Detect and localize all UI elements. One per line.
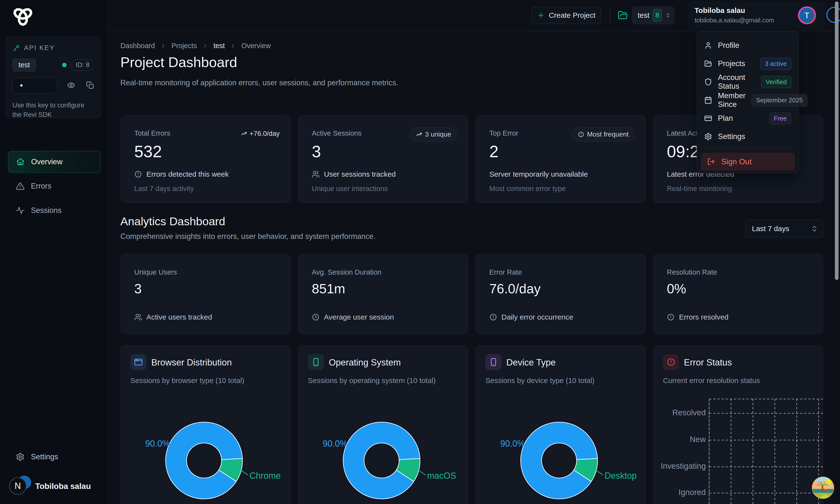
donut-slice-label: macOS bbox=[427, 471, 456, 481]
alert-circle-icon bbox=[663, 354, 679, 370]
topbar: Create Project test 8 Tobiloba salau tob… bbox=[108, 0, 840, 31]
breadcrumb-test[interactable]: test bbox=[213, 42, 225, 50]
sidebar-user[interactable]: N Tobiloba salau bbox=[9, 474, 101, 498]
stat-card-total-errors: Total Errors +76.0/day 532 Errors detect… bbox=[120, 115, 291, 203]
users-icon bbox=[134, 313, 142, 321]
chart-card-operating-system: Operating System Sessions by operating s… bbox=[298, 345, 468, 504]
app-root: API KEY test ID: 8 • Use this key to con… bbox=[0, 0, 840, 504]
sidebar-item-errors[interactable]: Errors bbox=[8, 176, 100, 197]
project-id-badge: ID: 8 bbox=[71, 59, 94, 71]
island-sticker-icon[interactable] bbox=[811, 476, 835, 500]
menu-item-account-status[interactable]: Account Status Verified bbox=[701, 74, 795, 89]
stat-value: 2 bbox=[489, 142, 498, 161]
stat-subtext: Last 7 days activity bbox=[134, 185, 194, 193]
reveal-key-eye-icon[interactable] bbox=[67, 81, 75, 89]
scrollbar[interactable] bbox=[835, 1, 839, 280]
stat-label: Resolution Rate bbox=[667, 268, 717, 276]
chart-card-device-type: Device Type Sessions by device type (10 … bbox=[475, 345, 646, 504]
user-icon bbox=[704, 41, 712, 49]
donut-percent-label: 90.0% bbox=[145, 439, 170, 449]
key-icon bbox=[13, 44, 20, 52]
stat-subtext: Most common error type bbox=[489, 185, 566, 193]
alert-circle-icon bbox=[667, 313, 675, 321]
menu-item-profile[interactable]: Profile bbox=[701, 38, 795, 53]
donut-percent-label: 90.0% bbox=[500, 439, 525, 449]
y-axis-label-resolved: Resolved bbox=[653, 408, 706, 417]
user-menu-trigger[interactable]: Tobiloba salau tobiloba.a.salau@gmail.co… bbox=[687, 2, 825, 29]
page-subtitle: Real-time monitoring of application erro… bbox=[120, 78, 398, 87]
y-axis-label-new: New bbox=[653, 435, 706, 444]
sign-out-button[interactable]: Sign Out bbox=[701, 152, 795, 170]
sidebar-item-overview[interactable]: Overview bbox=[8, 151, 100, 173]
project-selector[interactable]: test 8 bbox=[632, 6, 675, 24]
copy-key-icon[interactable] bbox=[86, 81, 94, 89]
date-range-select[interactable]: Last 7 days bbox=[746, 220, 823, 237]
stat-value: 76.0/day bbox=[489, 281, 541, 296]
breadcrumb-projects[interactable]: Projects bbox=[172, 42, 197, 50]
stat-label: Active Sessions bbox=[312, 129, 362, 137]
stat-value: 0% bbox=[667, 281, 686, 296]
stat-label: Error Rate bbox=[489, 268, 522, 276]
sidebar-item-settings[interactable]: Settings bbox=[8, 447, 100, 467]
clock-icon bbox=[312, 313, 319, 321]
sidebar-item-label: Errors bbox=[31, 182, 51, 191]
chevron-right-icon bbox=[160, 43, 166, 49]
alert-circle-icon bbox=[134, 170, 142, 178]
stat-subtext: Real-time monitoring bbox=[667, 185, 732, 193]
stat-card-resolution-rate: Resolution Rate 0% Errors resolved bbox=[653, 254, 823, 334]
stat-line: Average user session bbox=[312, 313, 394, 321]
menu-item-member-since[interactable]: Member Since September 2025 bbox=[701, 93, 795, 108]
api-key-card: API KEY test ID: 8 • Use this key to con… bbox=[6, 36, 101, 118]
menu-item-plan[interactable]: Plan Free bbox=[701, 111, 795, 126]
donut-slice-label: Desktop bbox=[605, 471, 637, 481]
stat-value: 3 bbox=[134, 281, 142, 296]
shield-icon bbox=[704, 78, 712, 86]
menu-item-settings[interactable]: Settings bbox=[701, 129, 795, 144]
chart-subtitle: Current error resolution status bbox=[663, 376, 760, 385]
trend-badge: +76.0/day bbox=[241, 130, 280, 138]
sidebar-nav: Overview Errors Sessions bbox=[8, 151, 100, 224]
breadcrumb: Dashboard Projects test Overview bbox=[120, 42, 271, 50]
sidebar-item-label: Overview bbox=[31, 158, 63, 166]
chevron-right-icon bbox=[230, 43, 236, 49]
breadcrumb-dashboard[interactable]: Dashboard bbox=[120, 42, 155, 50]
project-name-chip[interactable]: test bbox=[13, 58, 36, 71]
stat-card-error-rate: Error Rate 76.0/day Daily error occurren… bbox=[475, 254, 646, 334]
sidebar-item-sessions[interactable]: Sessions bbox=[8, 200, 100, 221]
activity-icon bbox=[16, 206, 24, 215]
stat-line: Daily error occurrence bbox=[489, 313, 573, 321]
stat-line: Errors resolved bbox=[667, 313, 728, 321]
stat-line: Active users tracked bbox=[134, 313, 212, 321]
analytics-subtitle: Comprehensive insights into errors, user… bbox=[120, 232, 375, 241]
menu-item-projects[interactable]: Projects 3 active bbox=[701, 56, 795, 71]
stat-card-session-duration: Avg. Session Duration 851m Average user … bbox=[298, 254, 468, 334]
user-dropdown-menu: Profile Projects 3 active Account Status… bbox=[697, 31, 799, 173]
api-key-title: API KEY bbox=[24, 44, 55, 52]
sidebar-user-name: Tobiloba salau bbox=[35, 482, 91, 491]
user-email: tobiloba.a.salau@gmail.com bbox=[695, 17, 774, 24]
stat-subtext: Unique user interactions bbox=[312, 185, 388, 193]
stat-value: 532 bbox=[134, 142, 162, 161]
home-icon bbox=[16, 158, 25, 166]
stat-label: Unique Users bbox=[134, 268, 177, 276]
plus-icon bbox=[537, 12, 544, 19]
stat-line: Server temporarily unavailable bbox=[489, 170, 588, 178]
project-selector-value: test bbox=[638, 11, 649, 19]
charts-row: Browser Distribution Sessions by browser… bbox=[120, 345, 823, 504]
page-title: Project Dashboard bbox=[120, 54, 237, 70]
stat-line: Errors detected this week bbox=[134, 170, 229, 178]
breadcrumb-overview[interactable]: Overview bbox=[241, 42, 271, 50]
create-project-button[interactable]: Create Project bbox=[532, 7, 601, 24]
log-out-icon bbox=[707, 158, 715, 165]
trending-up-icon bbox=[241, 130, 247, 137]
app-logo-icon bbox=[11, 3, 35, 27]
project-count-badge: 8 bbox=[653, 9, 662, 22]
api-key-input[interactable]: • bbox=[13, 77, 57, 93]
folder-open-icon bbox=[704, 60, 712, 68]
trending-up-icon bbox=[416, 131, 422, 138]
donut-percent-label: 90.0% bbox=[323, 439, 348, 449]
credit-card-icon bbox=[704, 114, 712, 122]
chevron-right-icon bbox=[202, 43, 208, 49]
gear-icon bbox=[16, 452, 24, 461]
chevrons-up-down-icon bbox=[665, 12, 670, 19]
